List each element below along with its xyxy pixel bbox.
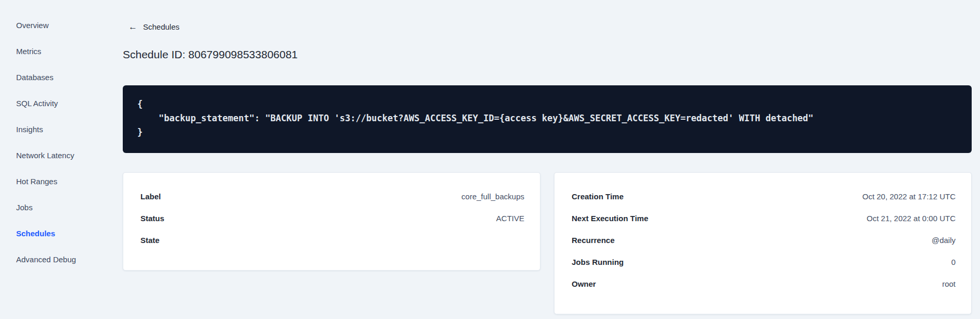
- creation-time-row-value: Oct 20, 2022 at 17:12 UTC: [862, 192, 956, 201]
- sidebar-item-sql-activity[interactable]: SQL Activity: [0, 90, 114, 116]
- sidebar-item-advanced-debug[interactable]: Advanced Debug: [0, 246, 114, 272]
- table-row: State: [123, 229, 540, 251]
- label-row-label: Label: [140, 192, 161, 201]
- back-link-label: Schedules: [143, 22, 179, 31]
- status-row-label: Status: [140, 214, 164, 223]
- sidebar-item-jobs[interactable]: Jobs: [0, 194, 114, 220]
- jobs-running-row-value: 0: [951, 258, 956, 266]
- sidebar-item-overview[interactable]: Overview: [0, 12, 114, 38]
- backup-statement-code-block: { "backup_statement": "BACKUP INTO 's3:/…: [123, 85, 972, 153]
- table-row: Creation Time Oct 20, 2022 at 17:12 UTC: [555, 185, 971, 207]
- owner-row-label: Owner: [572, 279, 596, 288]
- status-row-value: ACTIVE: [496, 214, 524, 223]
- sidebar-item-hot-ranges[interactable]: Hot Ranges: [0, 168, 114, 194]
- backup-statement-code: { "backup_statement": "BACKUP INTO 's3:/…: [137, 97, 957, 139]
- table-row: Owner root: [555, 273, 971, 295]
- label-row-value: core_full_backups: [461, 192, 524, 201]
- sidebar-item-network-latency[interactable]: Network Latency: [0, 142, 114, 168]
- sidebar-item-insights[interactable]: Insights: [0, 116, 114, 142]
- next-execution-row-label: Next Execution Time: [572, 214, 648, 223]
- creation-time-row-label: Creation Time: [572, 192, 624, 201]
- recurrence-row-value: @daily: [932, 236, 956, 245]
- table-row: Recurrence @daily: [555, 229, 971, 251]
- back-to-schedules-link[interactable]: ← Schedules: [128, 22, 179, 31]
- table-row: Label core_full_backups: [123, 185, 540, 207]
- schedule-detail-page: ← Schedules Schedule ID: 806799098533806…: [123, 0, 972, 314]
- page-title: Schedule ID: 806799098533806081: [123, 47, 972, 62]
- schedule-timing-card: Creation Time Oct 20, 2022 at 17:12 UTC …: [554, 172, 972, 314]
- sidebar-item-schedules[interactable]: Schedules: [0, 220, 114, 246]
- table-row: Status ACTIVE: [123, 207, 540, 229]
- next-execution-row-value: Oct 21, 2022 at 0:00 UTC: [867, 214, 956, 223]
- summary-cards: Label core_full_backups Status ACTIVE St…: [123, 172, 972, 314]
- state-row-label: State: [140, 236, 160, 245]
- sidebar: Overview Metrics Databases SQL Activity …: [0, 12, 114, 272]
- schedule-summary-card: Label core_full_backups Status ACTIVE St…: [123, 172, 540, 271]
- recurrence-row-label: Recurrence: [572, 236, 615, 245]
- owner-row-value: root: [942, 279, 956, 288]
- sidebar-item-metrics[interactable]: Metrics: [0, 38, 114, 64]
- table-row: Jobs Running 0: [555, 251, 971, 273]
- table-row: Next Execution Time Oct 21, 2022 at 0:00…: [555, 207, 971, 229]
- sidebar-item-databases[interactable]: Databases: [0, 64, 114, 90]
- jobs-running-row-label: Jobs Running: [572, 258, 624, 266]
- back-arrow-icon: ←: [128, 22, 137, 31]
